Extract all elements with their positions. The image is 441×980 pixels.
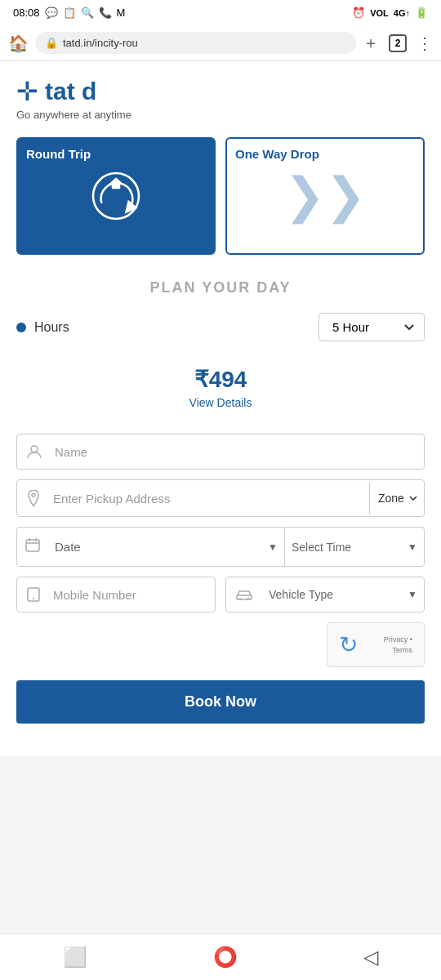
hours-dot xyxy=(16,323,26,332)
svg-rect-5 xyxy=(26,540,39,551)
form-section: Zone Date ▼ S xyxy=(0,434,441,612)
tab-count[interactable]: 2 xyxy=(389,34,407,52)
message-icon: 📋 xyxy=(63,7,76,19)
vehicle-select[interactable]: Vehicle Type xyxy=(262,578,401,611)
time-select[interactable]: Select Time xyxy=(285,531,401,564)
person-icon xyxy=(17,434,51,469)
main-content: ✛ tat d Go anywhere at anytime Round Tri… xyxy=(0,61,441,756)
browser-bar: 🏠 🔒 tatd.in/incity-rou ＋ 2 ⋮ xyxy=(0,25,441,61)
logo-icon: ✛ xyxy=(16,76,38,107)
recaptcha-icon: ↻ xyxy=(339,631,358,658)
battery-icon: 🔋 xyxy=(415,7,428,19)
address-row: Zone xyxy=(16,479,425,517)
status-time: 08:08 xyxy=(13,7,40,19)
recaptcha-area: ↻ Privacy • Terms xyxy=(0,622,441,680)
one-way-label: One Way Drop xyxy=(235,147,319,161)
search-status-icon: 🔍 xyxy=(81,7,94,19)
lock-icon: 🔒 xyxy=(45,37,58,49)
nav-circle-icon[interactable]: ⭕ xyxy=(213,946,238,969)
separator: • xyxy=(410,635,412,644)
logo-tagline: Go anywhere at anytime xyxy=(16,109,425,121)
one-way-icon: ❯❯ xyxy=(284,172,366,220)
logo-area: ✛ tat d Go anywhere at anytime xyxy=(0,61,441,129)
time-chevron-icon: ▼ xyxy=(401,532,424,563)
nav-back-icon[interactable]: ◁ xyxy=(363,946,378,969)
vol-icon: VOL xyxy=(370,8,389,18)
logo-name: tat d xyxy=(45,78,96,105)
datetime-row: Date ▼ Select Time ▼ xyxy=(16,527,425,567)
terms-link[interactable]: Terms xyxy=(393,646,413,654)
nav-square-icon[interactable]: ⬜ xyxy=(63,946,87,969)
hours-label-text: Hours xyxy=(34,320,69,335)
status-bar: 08:08 💬 📋 🔍 📞 M ⏰ VOL 4G↑ 🔋 xyxy=(0,0,441,25)
round-trip-icon xyxy=(87,167,145,225)
price-section: ₹494 View Details xyxy=(16,358,425,425)
plan-title: PLAN YOUR DAY xyxy=(16,279,425,296)
hours-row: Hours 2 Hour 3 Hour 4 Hour 5 Hour 6 Hour… xyxy=(16,313,425,341)
pickup-input[interactable] xyxy=(50,482,369,515)
privacy-link[interactable]: Privacy xyxy=(384,635,408,644)
hours-select[interactable]: 2 Hour 3 Hour 4 Hour 5 Hour 6 Hour 8 Hou… xyxy=(318,313,425,341)
view-details-link[interactable]: View Details xyxy=(16,396,425,409)
trip-cards: Round Trip One Wa xyxy=(0,129,441,271)
name-input[interactable] xyxy=(51,435,424,469)
bottom-nav: ⬜ ⭕ ◁ xyxy=(0,933,441,980)
home-icon[interactable]: 🏠 xyxy=(8,33,29,53)
whatsapp-icon: 💬 xyxy=(45,7,58,19)
car-icon xyxy=(226,579,262,610)
vehicle-chevron-icon: ▼ xyxy=(401,579,424,610)
signal-icon: 4G↑ xyxy=(394,8,410,18)
mobile-vehicle-row: Vehicle Type ▼ xyxy=(16,577,425,612)
svg-point-4 xyxy=(32,493,35,497)
calendar-icon xyxy=(17,528,48,566)
date-select[interactable]: Date xyxy=(48,530,261,564)
svg-point-6 xyxy=(33,598,34,599)
mobile-field-container xyxy=(16,577,216,612)
plan-section: PLAN YOUR DAY Hours 2 Hour 3 Hour 4 Hour… xyxy=(0,271,441,434)
new-tab-icon[interactable]: ＋ xyxy=(363,32,379,54)
one-way-drop-card[interactable]: One Way Drop ❯❯ xyxy=(225,137,425,255)
mobile-input[interactable] xyxy=(50,578,215,612)
url-text: tatd.in/incity-rou xyxy=(63,37,138,49)
phone-field-icon xyxy=(17,577,50,612)
vehicle-field-container: Vehicle Type ▼ xyxy=(225,577,425,612)
more-menu-icon[interactable]: ⋮ xyxy=(416,33,433,53)
svg-point-3 xyxy=(31,446,38,452)
phone-icon: 📞 xyxy=(99,7,112,19)
location-icon xyxy=(17,480,50,516)
alarm-icon: ⏰ xyxy=(352,7,365,19)
gmail-icon: M xyxy=(117,7,126,19)
round-trip-card[interactable]: Round Trip xyxy=(16,137,216,255)
zone-select[interactable]: Zone xyxy=(370,482,424,514)
price-amount: ₹494 xyxy=(16,366,425,393)
url-bar[interactable]: 🔒 tatd.in/incity-rou xyxy=(35,32,356,54)
name-field-container xyxy=(16,434,425,470)
round-trip-label: Round Trip xyxy=(26,147,91,161)
book-now-button[interactable]: Book Now xyxy=(16,680,425,724)
recaptcha-box: ↻ Privacy • Terms xyxy=(327,622,425,667)
date-chevron-icon: ▼ xyxy=(261,532,284,563)
